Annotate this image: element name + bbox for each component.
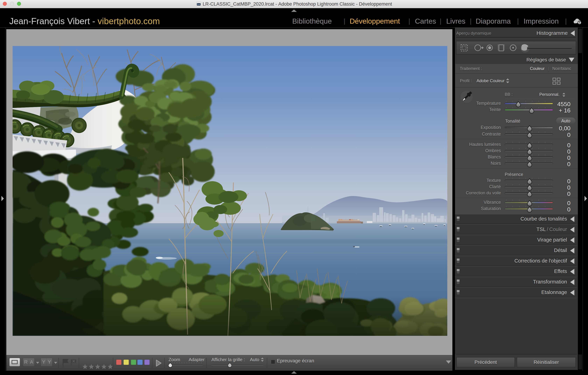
svg-text:!: ! bbox=[579, 21, 580, 24]
